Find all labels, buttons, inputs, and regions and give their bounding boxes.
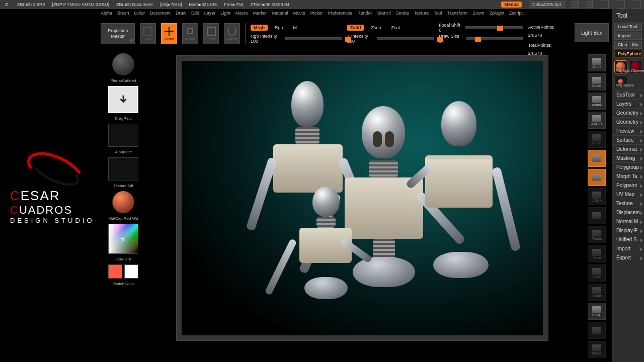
polyf-icon[interactable]: PolyF bbox=[588, 303, 606, 320]
menu-movie[interactable]: Movie bbox=[293, 11, 305, 16]
color-picker[interactable] bbox=[108, 224, 138, 254]
menus-button[interactable]: Menus bbox=[501, 2, 522, 8]
swatch-secondary[interactable] bbox=[124, 264, 138, 279]
move-mode-button[interactable]: Move bbox=[182, 23, 198, 44]
section-deformat[interactable]: Deformat bbox=[612, 144, 644, 153]
menu-texture[interactable]: Texture bbox=[414, 11, 429, 16]
rail-icon[interactable] bbox=[588, 207, 606, 224]
actual-icon[interactable]: Actual bbox=[588, 93, 606, 110]
stroke-thumbnail[interactable] bbox=[108, 86, 138, 113]
history-back-icon[interactable] bbox=[572, 1, 579, 8]
section-subtool[interactable]: SubTool bbox=[612, 90, 644, 99]
import-button[interactable]: Import bbox=[614, 32, 642, 40]
menu-stencil[interactable]: Stencil bbox=[377, 11, 391, 16]
menu-macro[interactable]: Macro bbox=[235, 11, 248, 16]
tool-item[interactable]: PolySphere bbox=[614, 60, 627, 73]
lightbox-button[interactable]: Light Box bbox=[575, 23, 609, 42]
scale-icon[interactable]: Scale bbox=[588, 264, 606, 282]
focal-shift-slider[interactable] bbox=[465, 26, 523, 29]
section-geometry[interactable]: Geometry bbox=[612, 108, 644, 117]
xpose-icon[interactable]: Xpose bbox=[588, 341, 606, 358]
edit-mode-button[interactable]: Edit bbox=[140, 23, 156, 44]
zoom-icon[interactable]: Zoom bbox=[588, 73, 606, 90]
tool-item[interactable]: ZSphere bbox=[629, 60, 642, 73]
zsub-toggle[interactable]: Zsub bbox=[368, 25, 384, 31]
scale-mode-button[interactable]: Scale bbox=[203, 23, 219, 44]
draw-size-slider[interactable] bbox=[466, 37, 523, 40]
section-polypaint[interactable]: Polypaint bbox=[612, 180, 644, 190]
section-masking[interactable]: Masking bbox=[612, 153, 644, 162]
mrgb-toggle[interactable]: Mrgb bbox=[251, 25, 268, 31]
menu-marker[interactable]: Marker bbox=[253, 11, 267, 16]
zcut-toggle[interactable]: Zcut bbox=[388, 25, 403, 31]
frame-icon[interactable]: Frame bbox=[588, 226, 606, 243]
aahalf-icon[interactable]: AAHalf bbox=[588, 112, 606, 129]
rotate-mode-button[interactable]: Rotate bbox=[224, 23, 240, 44]
persp-icon[interactable]: Persp bbox=[588, 131, 606, 148]
menu-light[interactable]: Light bbox=[220, 11, 230, 16]
make-button[interactable]: Ma bbox=[629, 41, 642, 49]
gradient-label[interactable]: Gradient bbox=[106, 257, 141, 261]
section-export[interactable]: Export bbox=[612, 253, 644, 262]
section-normal-m[interactable]: Normal M bbox=[612, 217, 644, 226]
brush-thumbnail[interactable] bbox=[112, 53, 134, 75]
menu-picker[interactable]: Picker bbox=[310, 11, 323, 16]
history-fwd-icon[interactable] bbox=[586, 1, 593, 8]
m-toggle[interactable]: M bbox=[290, 25, 300, 31]
current-tool[interactable]: PolySphere bbox=[614, 50, 642, 58]
section-display-p[interactable]: Display P bbox=[612, 226, 644, 235]
layout3-icon[interactable] bbox=[633, 1, 641, 9]
section-preview[interactable]: Preview bbox=[612, 126, 644, 135]
draw-mode-button[interactable]: Draw bbox=[161, 23, 177, 44]
rail-icon[interactable] bbox=[588, 169, 606, 186]
menu-stroke[interactable]: Stroke bbox=[396, 11, 409, 16]
z-intensity-slider[interactable] bbox=[377, 37, 434, 40]
rail-icon[interactable] bbox=[588, 322, 606, 339]
menu-render[interactable]: Render bbox=[357, 11, 372, 16]
layout2-icon[interactable] bbox=[617, 1, 625, 9]
section-unified-s[interactable]: Unified S bbox=[612, 235, 644, 244]
scroll-icon[interactable]: Scroll bbox=[588, 54, 606, 71]
viewport-canvas[interactable] bbox=[182, 61, 543, 335]
clone-button[interactable]: Clone bbox=[614, 41, 628, 49]
rgb-toggle[interactable]: Rgb bbox=[272, 25, 286, 31]
section-displacem[interactable]: Displacem bbox=[612, 208, 644, 217]
menu-preferences[interactable]: Preferences bbox=[328, 11, 353, 16]
menu-zoom[interactable]: Zoom bbox=[473, 11, 485, 16]
menu-brush[interactable]: Brush bbox=[117, 11, 129, 16]
layout-icon[interactable] bbox=[601, 1, 609, 9]
menu-alpha[interactable]: Alpha bbox=[101, 11, 112, 16]
menu-edit[interactable]: Edit bbox=[191, 11, 199, 16]
menu-document[interactable]: Document bbox=[150, 11, 171, 16]
material-thumbnail[interactable] bbox=[112, 191, 134, 213]
menu-transform[interactable]: Transform bbox=[447, 11, 468, 16]
section-morph-ta[interactable]: Morph Ta bbox=[612, 171, 644, 180]
alpha-thumbnail[interactable] bbox=[108, 124, 138, 147]
menu-material[interactable]: Material bbox=[272, 11, 288, 16]
tool-item[interactable]: PolySphere bbox=[614, 75, 627, 88]
move-icon[interactable]: Move bbox=[588, 245, 606, 262]
section-geometry[interactable]: Geometry bbox=[612, 117, 644, 126]
rail-icon[interactable] bbox=[588, 150, 606, 167]
menu-zplugin[interactable]: Zplugin bbox=[490, 11, 505, 16]
zadd-toggle[interactable]: Zadd bbox=[347, 25, 364, 31]
switchcolor-label[interactable]: SwitchColor bbox=[106, 282, 141, 286]
l-sym-icon[interactable]: L.Sym bbox=[588, 188, 606, 205]
texture-thumbnail[interactable] bbox=[108, 157, 138, 180]
rotate-icon[interactable]: Rotate bbox=[588, 284, 606, 301]
section-surface[interactable]: Surface bbox=[612, 135, 644, 144]
swatch-primary[interactable] bbox=[108, 264, 122, 279]
load-tool-button[interactable]: Load Tool bbox=[614, 23, 642, 31]
section-import[interactable]: Import bbox=[612, 244, 644, 253]
section-uv-map[interactable]: UV Map bbox=[612, 190, 644, 199]
rgb-intensity-slider[interactable] bbox=[285, 37, 342, 40]
section-texture[interactable]: Texture bbox=[612, 199, 644, 208]
menu-zscript[interactable]: Zscript bbox=[509, 11, 523, 16]
menu-tool[interactable]: Tool bbox=[434, 11, 442, 16]
default-zscript-button[interactable]: DefaultZScript bbox=[529, 1, 565, 8]
menu-draw[interactable]: Draw bbox=[176, 11, 186, 16]
section-polygroup[interactable]: Polygroup bbox=[612, 162, 644, 171]
menu-color[interactable]: Color bbox=[134, 11, 145, 16]
section-layers[interactable]: Layers bbox=[612, 99, 644, 108]
menu-layer[interactable]: Layer bbox=[204, 11, 216, 16]
